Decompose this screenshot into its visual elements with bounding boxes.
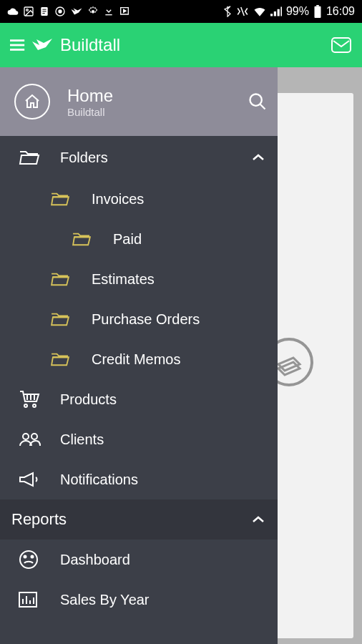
status-gear-icon	[87, 6, 99, 17]
svg-point-26	[31, 556, 34, 558]
drawer-title: Home	[67, 86, 248, 106]
chevron-up-icon	[252, 515, 265, 524]
app-title: Buildtall	[60, 35, 331, 55]
vibrate-icon	[236, 6, 249, 17]
battery-percent: 99%	[286, 5, 309, 18]
status-doc-icon	[39, 6, 50, 17]
nav-purchase-orders-label: Purchase Orders	[92, 311, 265, 328]
drawer-header-titles: Home Buildtall	[67, 86, 248, 118]
nav-credit-memos-label: Credit Memos	[92, 351, 265, 368]
svg-rect-14	[332, 38, 351, 52]
nav-clients[interactable]: Clients	[0, 419, 278, 459]
nav-clients-label: Clients	[60, 431, 265, 448]
svg-point-25	[24, 556, 26, 558]
svg-point-24	[20, 551, 37, 568]
nav-drawer: Home Buildtall Folders Invoices Paid Est	[0, 67, 278, 644]
clock: 16:09	[326, 5, 355, 18]
svg-rect-4	[42, 11, 46, 11]
nav-reports-label: Reports	[11, 510, 252, 529]
nav-products-label: Products	[60, 391, 265, 408]
svg-rect-3	[42, 9, 46, 10]
nav-dashboard[interactable]: Dashboard	[0, 540, 278, 580]
nav-notifications-label: Notifications	[60, 472, 265, 488]
drawer-subtitle: Buildtall	[67, 106, 248, 118]
search-icon[interactable]	[248, 92, 268, 112]
svg-rect-9	[314, 6, 321, 18]
svg-point-1	[26, 9, 29, 11]
status-image-icon	[23, 6, 34, 17]
nav-invoices[interactable]: Invoices	[0, 179, 278, 219]
folder-open-icon	[19, 149, 60, 166]
nav-invoices-label: Invoices	[92, 191, 265, 208]
nav-products[interactable]: Products	[0, 379, 278, 419]
nav-reports[interactable]: Reports	[0, 499, 278, 540]
folder-icon	[50, 271, 92, 287]
status-play-icon	[119, 6, 130, 17]
svg-rect-5	[42, 13, 44, 14]
signal-icon	[270, 6, 282, 16]
svg-point-23	[31, 434, 37, 439]
folder-icon	[50, 191, 92, 207]
nav-paid-label: Paid	[113, 231, 265, 248]
status-bar: 99% 16:09	[0, 0, 362, 23]
svg-point-15	[250, 94, 262, 106]
svg-line-16	[260, 104, 265, 109]
mail-icon[interactable]	[331, 36, 352, 54]
status-right: 99% 16:09	[223, 5, 355, 18]
svg-point-17	[24, 404, 27, 407]
home-icon	[14, 84, 50, 119]
cart-icon	[19, 390, 60, 409]
nav-estimates-label: Estimates	[92, 271, 265, 288]
folder-icon	[50, 351, 92, 367]
gauge-icon	[19, 550, 60, 570]
svg-point-18	[33, 404, 36, 407]
megaphone-icon	[19, 472, 60, 487]
nav-dashboard-label: Dashboard	[60, 552, 265, 568]
nav-paid[interactable]: Paid	[0, 219, 278, 259]
folder-icon	[50, 311, 92, 327]
status-cloud-icon	[7, 6, 19, 17]
bluetooth-icon	[223, 6, 232, 17]
nav-purchase-orders[interactable]: Purchase Orders	[0, 299, 278, 339]
svg-rect-10	[316, 5, 319, 6]
nav-estimates[interactable]: Estimates	[0, 259, 278, 299]
folder-icon	[72, 231, 113, 247]
people-icon	[19, 431, 60, 447]
app-bar: Buildtall	[0, 23, 362, 67]
wifi-icon	[253, 6, 266, 16]
nav-folders[interactable]: Folders	[0, 136, 278, 179]
battery-icon	[313, 5, 322, 18]
nav-sales-by-year[interactable]: Sales By Year	[0, 580, 278, 620]
status-sync-icon	[54, 6, 66, 17]
brand-bird-icon	[31, 37, 53, 53]
menu-icon[interactable]	[10, 39, 26, 52]
nav-folders-label: Folders	[60, 150, 252, 166]
chevron-up-icon	[252, 153, 265, 162]
svg-point-22	[23, 434, 29, 439]
status-left	[7, 6, 130, 17]
status-bird-icon	[70, 6, 83, 16]
drawer-header[interactable]: Home Buildtall	[0, 67, 278, 136]
bar-chart-icon	[19, 592, 60, 608]
status-download-icon	[103, 6, 114, 17]
nav-notifications[interactable]: Notifications	[0, 459, 278, 499]
nav-sales-by-year-label: Sales By Year	[60, 592, 265, 608]
nav-credit-memos[interactable]: Credit Memos	[0, 339, 278, 379]
svg-point-7	[59, 10, 62, 13]
